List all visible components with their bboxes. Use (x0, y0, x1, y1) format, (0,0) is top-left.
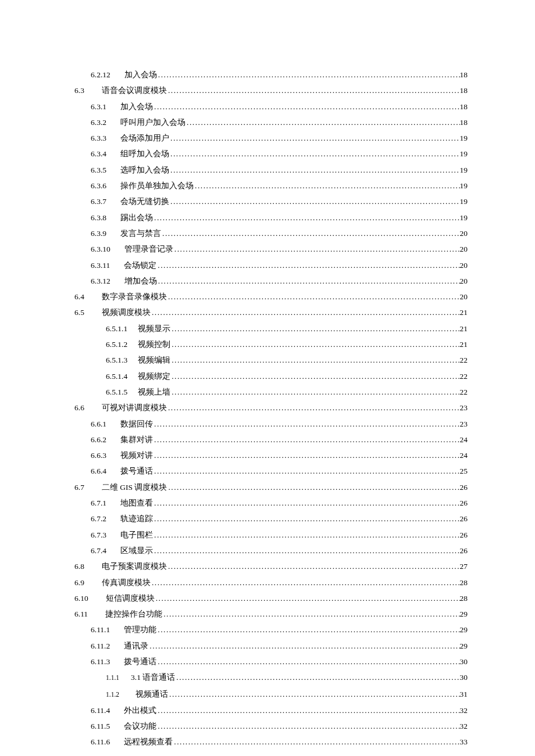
toc-title: 3.1 语音通话 (131, 669, 175, 685)
toc-leader: ........................................… (151, 575, 460, 590)
toc-leader: ........................................… (153, 511, 460, 526)
toc-entry[interactable]: 6.5.1.3视频编辑.............................… (69, 352, 468, 368)
toc-page-number: 21 (460, 304, 468, 320)
toc-page-number: 19 (460, 178, 468, 194)
toc-number: 6.4 (74, 289, 84, 304)
toc-entry[interactable]: 6.6.4拨号通话...............................… (69, 463, 468, 479)
toc-leader: ........................................… (168, 686, 460, 702)
toc-entry[interactable]: 1.1.2视频通话...............................… (69, 686, 468, 703)
toc-entry[interactable]: 6.3.6操作员单独加入会场..........................… (69, 178, 468, 194)
toc-number: 6.11.5 (91, 718, 110, 734)
toc-entry[interactable]: 6.3.3会场添加用户.............................… (69, 130, 468, 146)
toc-entry[interactable]: 6.11.6远程视频查看............................… (69, 734, 468, 750)
toc-page-number: 19 (460, 194, 468, 209)
toc-entry[interactable]: 6.3.5选呼加入会场.............................… (69, 162, 468, 178)
toc-entry[interactable]: 6.11.1管理功能..............................… (69, 622, 468, 637)
toc-page-number: 30 (460, 669, 468, 685)
toc-entry[interactable]: 6.7.4区域显示...............................… (69, 543, 468, 558)
toc-number: 6.11 (74, 606, 88, 622)
toc-page-number: 30 (460, 654, 468, 669)
toc-leader: ........................................… (170, 368, 459, 384)
toc-page-number: 32 (460, 718, 468, 734)
toc-number: 6.7.2 (91, 511, 106, 526)
toc-leader: ........................................… (170, 384, 459, 400)
toc-page-number: 20 (460, 273, 468, 289)
toc-number: 6.3.7 (91, 194, 106, 209)
toc-leader: ........................................… (156, 703, 459, 718)
toc-entry[interactable]: 6.7二维 GIS 调度模块 .........................… (69, 479, 468, 495)
toc-number: 6.3.1 (91, 99, 106, 114)
toc-entry[interactable]: 6.5.1.5视频上墙.............................… (69, 384, 468, 400)
toc-leader: ........................................… (153, 463, 460, 479)
toc-title: 操作员单独加入会场 (120, 178, 194, 194)
toc-title: 轨迹追踪 (120, 511, 153, 526)
toc-title: 地图查看 (120, 495, 153, 511)
toc-entry[interactable]: 6.11.3拨号通话..............................… (69, 654, 468, 669)
toc-page-number: 18 (460, 99, 468, 114)
toc-leader: ........................................… (156, 622, 459, 637)
toc-number: 6.11.4 (91, 703, 110, 718)
toc-title: 加入会场 (124, 67, 157, 83)
toc-title: 视频调度模块 (102, 304, 151, 320)
toc-entry[interactable]: 6.3语音会议调度模块.............................… (69, 83, 468, 98)
toc-entry[interactable]: 6.9传真调度模块...............................… (69, 575, 468, 590)
toc-leader: ........................................… (148, 638, 459, 654)
toc-title: 语音会议调度模块 (102, 83, 167, 98)
toc-number: 6.10 (74, 590, 88, 606)
toc-entry[interactable]: 6.6.3视频对讲...............................… (69, 447, 468, 463)
toc-entry[interactable]: 6.3.10管理录音记录............................… (69, 241, 468, 257)
toc-entry[interactable]: 6.3.11会场锁定..............................… (69, 257, 468, 273)
toc-entry[interactable]: 6.3.4组呼加入会场.............................… (69, 146, 468, 162)
toc-entry[interactable]: 6.4数字录音录像模块.............................… (69, 289, 468, 304)
toc-entry[interactable]: 6.7.3电子围栏...............................… (69, 527, 468, 543)
toc-title: 短信调度模块 (106, 590, 155, 606)
toc-page-number: 26 (460, 527, 468, 543)
toc-entry[interactable]: 6.11.4外出模式..............................… (69, 703, 468, 718)
toc-entry[interactable]: 6.11.5会议功能..............................… (69, 718, 468, 734)
toc-title: 区域显示 (120, 543, 153, 558)
toc-entry[interactable]: 6.7.2轨迹追踪...............................… (69, 511, 468, 526)
toc-entry[interactable]: 6.5.1.4视频绑定.............................… (69, 368, 468, 384)
toc-leader: ........................................… (167, 400, 460, 415)
toc-leader: ........................................… (173, 241, 460, 257)
toc-entry[interactable]: 6.2.12加入会场..............................… (69, 67, 468, 83)
toc-entry[interactable]: 6.6.1数据回传...............................… (69, 416, 468, 432)
toc-entry[interactable]: 6.6.2集群对讲...............................… (69, 432, 468, 447)
toc-entry[interactable]: 6.3.8踢出会场...............................… (69, 210, 468, 225)
toc-entry[interactable]: 6.11.2通讯录...............................… (69, 638, 468, 654)
toc-page-number: 25 (460, 463, 468, 479)
toc-entry[interactable]: 6.11捷控操作台功能.............................… (69, 606, 468, 622)
toc-number: 6.11.2 (91, 638, 110, 654)
toc-entry[interactable]: 6.6可视对讲调度模块.............................… (69, 400, 468, 415)
toc-leader: ........................................… (153, 495, 460, 511)
toc-leader: ........................................… (173, 734, 459, 750)
toc-entry[interactable]: 6.3.7会场无缝切换.............................… (69, 194, 468, 209)
toc-number: 6.5.1.5 (106, 384, 127, 400)
toc-entry[interactable]: 6.5视频调度模块...............................… (69, 304, 468, 320)
toc-title: 组呼加入会场 (120, 146, 169, 162)
toc-number: 6.3.6 (91, 178, 106, 194)
toc-leader: ........................................… (167, 479, 459, 495)
toc-page-number: 19 (460, 210, 468, 225)
toc-leader: ........................................… (169, 162, 460, 178)
toc-page-number: 20 (460, 225, 468, 241)
toc-page-number: 31 (460, 686, 468, 702)
toc-leader: ........................................… (153, 527, 460, 543)
toc-number: 6.3.4 (91, 146, 106, 162)
toc-entry[interactable]: 6.10短信调度模块..............................… (69, 590, 468, 606)
toc-entry[interactable]: 6.8电子预案调度模块.............................… (69, 558, 468, 574)
toc-leader: ........................................… (162, 606, 459, 622)
toc-leader: ........................................… (157, 67, 460, 83)
toc-entry[interactable]: 6.5.1.1视频显示.............................… (69, 321, 468, 336)
toc-entry[interactable]: 6.3.2呼叫用户加入会场...........................… (69, 114, 468, 130)
toc-entry[interactable]: 6.3.9发言与禁言..............................… (69, 225, 468, 241)
toc-leader: ........................................… (170, 321, 459, 336)
toc-entry[interactable]: 1.1.13.1 语音通话...........................… (69, 669, 468, 686)
toc-page-number: 18 (460, 83, 468, 98)
toc-title: 管理功能 (124, 622, 156, 637)
toc-entry[interactable]: 6.5.1.2视频控制.............................… (69, 336, 468, 352)
toc-page-number: 18 (460, 114, 468, 130)
toc-entry[interactable]: 6.3.1加入会场...............................… (69, 99, 468, 114)
toc-entry[interactable]: 6.3.12增加会场..............................… (69, 273, 468, 289)
toc-entry[interactable]: 6.7.1地图查看...............................… (69, 495, 468, 511)
